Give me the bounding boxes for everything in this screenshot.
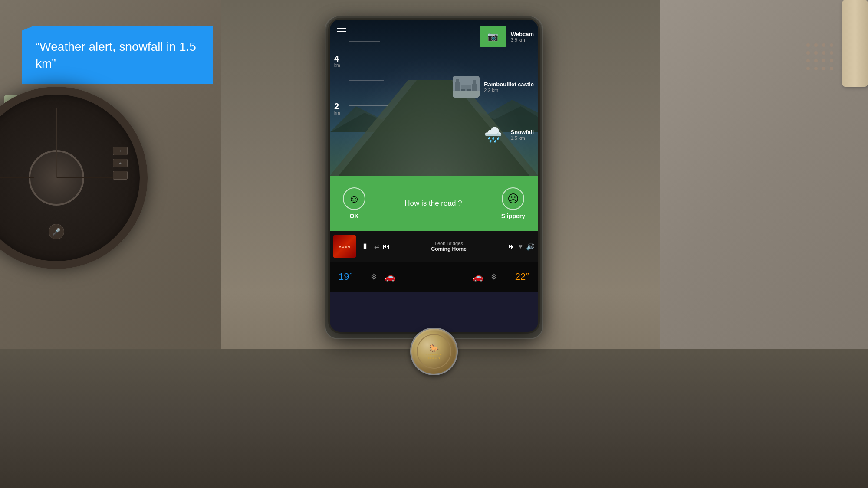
artist-name: Leon Bridges [393,241,505,246]
svg-rect-18 [453,91,480,98]
poi-snowfall-name: Snowfall [511,129,534,135]
nav-timeline [434,20,434,176]
volume-button[interactable]: 🔊 [526,242,535,251]
dist-line-2km [349,105,388,106]
temp-right: 22° [515,271,529,282]
car-interior: Rambouillet “Weather alert, snowfall in … [0,0,868,488]
dist-line-mid [349,80,384,81]
poi-snowfall-dist: 1.5 km [511,135,534,141]
slippery-circle: ☹ [502,187,524,210]
menu-button[interactable] [337,26,346,32]
music-player: RUSH ⏸ ⇄ ⏮ Leon Bridges Coming Home ⏭ ♥ … [330,231,538,262]
ok-label: OK [350,213,359,219]
album-art: RUSH [333,235,356,258]
road-condition-section: ☺ OK How is the road ? ☹ Slippery [330,176,538,231]
prev-button[interactable]: ⏮ [383,242,390,250]
song-title: Coming Home [393,246,505,252]
fan-button[interactable]: ❄ [370,272,378,282]
ok-emoji: ☺ [349,192,360,206]
seat-heat-right-button[interactable]: 🚗 [473,272,483,282]
left-climate-controls: ❄ 🚗 [370,272,395,282]
fan-right-button[interactable]: ❄ [490,272,498,282]
webcam-icon-box: 📷 [480,26,506,47]
slippery-label: Slippery [501,213,525,219]
slippery-emoji: ☹ [507,192,519,206]
poi-webcam-info: Webcam 3.9 km [511,31,534,43]
poi-castle-info: Rambouillet castle 2.2 km [484,81,534,93]
steering-wheel: SRC ▸▸ ▸| + + - [0,87,148,269]
bottom-bar: 19° ❄ 🚗 🚗 ❄ 22° [330,262,538,292]
slippery-button[interactable]: ☹ Slippery [501,187,525,219]
brand-text: CONTINENTAL SINCE 1871 [425,353,444,359]
speech-text: “Weather alert, snowfall in 1.5 km” [36,38,199,72]
tablet-screen: 4 km 2 km 📷 [330,20,538,332]
shuffle-button[interactable]: ⇄ [374,243,379,250]
right-climate-controls: 🚗 ❄ [473,272,498,282]
poi-castle[interactable]: Rambouillet castle 2.2 km [453,76,534,98]
snow-icon: 🌧️ [484,126,502,143]
continental-knob[interactable]: 🐎 CONTINENTAL SINCE 1871 [410,328,458,375]
album-label: RUSH [339,245,351,249]
mic-button[interactable]: 🎤 [49,224,64,239]
song-info: Leon Bridges Coming Home [393,241,505,252]
poi-webcam-name: Webcam [511,31,534,37]
dist-marker-2km: 2 km [330,102,340,115]
dist-line-4km [349,58,388,58]
dist-line-top [349,41,380,42]
play-pause-button[interactable]: ⏸ [359,242,371,251]
castle-photo [453,76,480,98]
poi-snowfall: 🌧️ Snowfall 1.5 km [480,124,534,145]
poi-snowfall-info: Snowfall 1.5 km [511,129,534,141]
webcam-icon: 📷 [487,31,498,42]
ok-circle: ☺ [343,187,365,210]
svg-rect-15 [473,80,476,85]
road-question: How is the road ? [365,199,501,208]
poi-castle-dist: 2.2 km [484,88,534,93]
next-button[interactable]: ⏭ [508,242,515,250]
speech-bubble: “Weather alert, snowfall in 1.5 km” [22,26,213,84]
vent-dots [806,43,833,70]
temp-left: 19° [339,271,353,282]
favorite-button[interactable]: ♥ [519,242,523,250]
poi-castle-name: Rambouillet castle [484,81,534,88]
svg-rect-14 [456,79,459,84]
horse-icon: 🐎 [429,344,439,353]
poi-webcam-dist: 3.9 km [511,37,534,43]
snow-icon-box: 🌧️ [480,124,506,145]
poi-webcam[interactable]: 📷 Webcam 3.9 km [480,26,534,47]
ok-button[interactable]: ☺ OK [343,187,365,219]
seat-heat-button[interactable]: 🚗 [385,272,395,282]
door-handle[interactable] [842,0,868,87]
dist-marker-4km: 4 km [330,54,340,68]
nav-section: 4 km 2 km 📷 [330,20,538,176]
